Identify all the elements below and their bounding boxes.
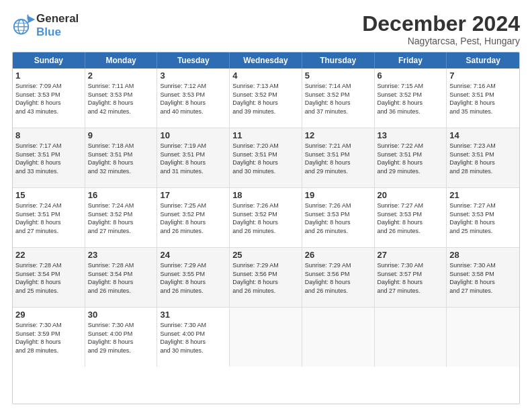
calendar-cell: 22Sunrise: 7:28 AM Sunset: 3:54 PM Dayli…: [13, 248, 85, 307]
header-saturday: Saturday: [447, 52, 519, 68]
day-number: 29: [15, 310, 82, 320]
day-info: Sunrise: 7:29 AM Sunset: 3:56 PM Dayligh…: [305, 261, 371, 295]
day-info: Sunrise: 7:23 AM Sunset: 3:51 PM Dayligh…: [449, 142, 517, 175]
calendar-body: 1Sunrise: 7:09 AM Sunset: 3:53 PM Daylig…: [13, 68, 519, 367]
day-info: Sunrise: 7:15 AM Sunset: 3:52 PM Dayligh…: [378, 82, 444, 116]
day-info: Sunrise: 7:28 AM Sunset: 3:54 PM Dayligh…: [15, 261, 82, 295]
day-number: 16: [88, 190, 154, 200]
calendar-cell: 10Sunrise: 7:19 AM Sunset: 3:51 PM Dayli…: [157, 128, 230, 187]
day-info: Sunrise: 7:29 AM Sunset: 3:56 PM Dayligh…: [232, 261, 299, 295]
day-info: Sunrise: 7:27 AM Sunset: 3:53 PM Dayligh…: [449, 201, 517, 235]
calendar-cell: 6Sunrise: 7:15 AM Sunset: 3:52 PM Daylig…: [375, 68, 447, 128]
day-info: Sunrise: 7:19 AM Sunset: 3:51 PM Dayligh…: [160, 142, 226, 175]
calendar-cell: 17Sunrise: 7:25 AM Sunset: 3:52 PM Dayli…: [157, 188, 230, 247]
calendar: Sunday Monday Tuesday Wednesday Thursday…: [12, 52, 520, 404]
header-monday: Monday: [85, 52, 158, 68]
day-info: Sunrise: 7:17 AM Sunset: 3:51 PM Dayligh…: [15, 142, 82, 175]
header-thursday: Thursday: [302, 52, 375, 68]
page: General Blue December 2024 Nagytarcsa, P…: [0, 0, 532, 411]
calendar-cell: 31Sunrise: 7:30 AM Sunset: 4:00 PM Dayli…: [157, 308, 230, 367]
day-info: Sunrise: 7:30 AM Sunset: 4:00 PM Dayligh…: [88, 321, 154, 355]
day-number: 12: [305, 130, 371, 140]
day-number: 31: [160, 310, 226, 320]
svg-marker-5: [28, 15, 35, 23]
day-number: 21: [449, 190, 517, 200]
calendar-cell: 14Sunrise: 7:23 AM Sunset: 3:51 PM Dayli…: [447, 128, 519, 187]
calendar-cell: 21Sunrise: 7:27 AM Sunset: 3:53 PM Dayli…: [447, 188, 519, 247]
day-number: 13: [378, 130, 444, 140]
day-info: Sunrise: 7:11 AM Sunset: 3:53 PM Dayligh…: [88, 82, 154, 116]
calendar-cell: 26Sunrise: 7:29 AM Sunset: 3:56 PM Dayli…: [302, 248, 375, 307]
header-tuesday: Tuesday: [157, 52, 230, 68]
logo-icon: [12, 13, 36, 38]
calendar-cell: 27Sunrise: 7:30 AM Sunset: 3:57 PM Dayli…: [375, 248, 447, 307]
day-info: Sunrise: 7:27 AM Sunset: 3:53 PM Dayligh…: [378, 201, 444, 235]
day-info: Sunrise: 7:30 AM Sunset: 3:58 PM Dayligh…: [449, 261, 517, 295]
day-info: Sunrise: 7:09 AM Sunset: 3:53 PM Dayligh…: [15, 82, 82, 116]
calendar-row-4: 22Sunrise: 7:28 AM Sunset: 3:54 PM Dayli…: [13, 248, 519, 308]
day-number: 2: [88, 71, 154, 81]
calendar-row-3: 15Sunrise: 7:24 AM Sunset: 3:51 PM Dayli…: [13, 188, 519, 248]
day-number: 15: [15, 190, 82, 200]
calendar-row-1: 1Sunrise: 7:09 AM Sunset: 3:53 PM Daylig…: [13, 68, 519, 128]
calendar-cell: 12Sunrise: 7:21 AM Sunset: 3:51 PM Dayli…: [302, 128, 375, 187]
day-number: 9: [88, 130, 154, 140]
calendar-cell: 9Sunrise: 7:18 AM Sunset: 3:51 PM Daylig…: [85, 128, 158, 187]
calendar-cell: [375, 308, 447, 367]
calendar-cell: 24Sunrise: 7:29 AM Sunset: 3:55 PM Dayli…: [157, 248, 230, 307]
day-number: 23: [88, 250, 154, 260]
calendar-header: Sunday Monday Tuesday Wednesday Thursday…: [13, 52, 519, 68]
calendar-cell: 1Sunrise: 7:09 AM Sunset: 3:53 PM Daylig…: [13, 68, 85, 128]
calendar-cell: 15Sunrise: 7:24 AM Sunset: 3:51 PM Dayli…: [13, 188, 85, 247]
calendar-cell: [230, 308, 302, 367]
day-number: 30: [88, 310, 154, 320]
day-info: Sunrise: 7:28 AM Sunset: 3:54 PM Dayligh…: [88, 261, 154, 295]
day-number: 19: [305, 190, 371, 200]
day-number: 8: [15, 130, 82, 140]
day-info: Sunrise: 7:16 AM Sunset: 3:51 PM Dayligh…: [449, 82, 517, 116]
day-info: Sunrise: 7:12 AM Sunset: 3:53 PM Dayligh…: [160, 82, 226, 116]
day-number: 14: [449, 130, 517, 140]
day-info: Sunrise: 7:24 AM Sunset: 3:52 PM Dayligh…: [88, 201, 154, 235]
calendar-cell: 20Sunrise: 7:27 AM Sunset: 3:53 PM Dayli…: [375, 188, 447, 247]
day-info: Sunrise: 7:22 AM Sunset: 3:51 PM Dayligh…: [378, 142, 444, 175]
day-info: Sunrise: 7:21 AM Sunset: 3:51 PM Dayligh…: [305, 142, 371, 175]
day-number: 5: [305, 71, 371, 81]
header: General Blue December 2024 Nagytarcsa, P…: [12, 12, 520, 46]
day-info: Sunrise: 7:30 AM Sunset: 3:57 PM Dayligh…: [378, 261, 444, 295]
calendar-row-5: 29Sunrise: 7:30 AM Sunset: 3:59 PM Dayli…: [13, 308, 519, 367]
day-number: 17: [160, 190, 226, 200]
day-number: 27: [378, 250, 444, 260]
day-number: 1: [15, 71, 82, 81]
calendar-cell: 25Sunrise: 7:29 AM Sunset: 3:56 PM Dayli…: [230, 248, 302, 307]
day-info: Sunrise: 7:26 AM Sunset: 3:52 PM Dayligh…: [232, 201, 299, 235]
day-info: Sunrise: 7:30 AM Sunset: 4:00 PM Dayligh…: [160, 321, 226, 355]
day-info: Sunrise: 7:13 AM Sunset: 3:52 PM Dayligh…: [232, 82, 299, 116]
day-info: Sunrise: 7:25 AM Sunset: 3:52 PM Dayligh…: [160, 201, 226, 235]
day-info: Sunrise: 7:29 AM Sunset: 3:55 PM Dayligh…: [160, 261, 226, 295]
day-number: 6: [378, 71, 444, 81]
calendar-cell: 2Sunrise: 7:11 AM Sunset: 3:53 PM Daylig…: [85, 68, 158, 128]
day-number: 28: [449, 250, 517, 260]
day-number: 7: [449, 71, 517, 81]
day-info: Sunrise: 7:20 AM Sunset: 3:51 PM Dayligh…: [232, 142, 299, 175]
calendar-cell: 16Sunrise: 7:24 AM Sunset: 3:52 PM Dayli…: [85, 188, 158, 247]
calendar-row-2: 8Sunrise: 7:17 AM Sunset: 3:51 PM Daylig…: [13, 128, 519, 188]
title-block: December 2024 Nagytarcsa, Pest, Hungary: [362, 12, 520, 46]
day-number: 20: [378, 190, 444, 200]
calendar-cell: 29Sunrise: 7:30 AM Sunset: 3:59 PM Dayli…: [13, 308, 85, 367]
calendar-cell: [302, 308, 375, 367]
logo-line1: General: [36, 12, 79, 26]
calendar-cell: 8Sunrise: 7:17 AM Sunset: 3:51 PM Daylig…: [13, 128, 85, 187]
header-wednesday: Wednesday: [230, 52, 302, 68]
calendar-cell: 5Sunrise: 7:14 AM Sunset: 3:52 PM Daylig…: [302, 68, 375, 128]
day-info: Sunrise: 7:24 AM Sunset: 3:51 PM Dayligh…: [15, 201, 82, 235]
day-number: 10: [160, 130, 226, 140]
day-number: 11: [232, 130, 299, 140]
day-number: 22: [15, 250, 82, 260]
day-number: 25: [232, 250, 299, 260]
calendar-cell: 23Sunrise: 7:28 AM Sunset: 3:54 PM Dayli…: [85, 248, 158, 307]
calendar-cell: [447, 308, 519, 367]
day-number: 26: [305, 250, 371, 260]
day-info: Sunrise: 7:14 AM Sunset: 3:52 PM Dayligh…: [305, 82, 371, 116]
